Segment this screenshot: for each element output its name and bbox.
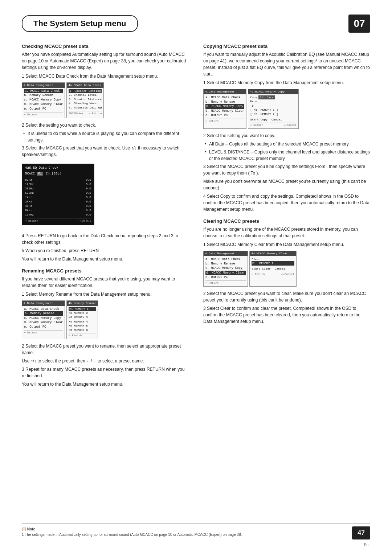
clear-screen-left-title: 4.Data Management <box>204 251 248 256</box>
copy-m2: [ M2. MEMORY 2 ] <box>250 112 297 116</box>
eq-freq-rows: 63Hz0.0 125Hz0.0 250Hz0.0 500Hz0.0 1kHz0… <box>25 178 91 217</box>
rename-right-4: M4 MEMORY 4 <box>69 320 96 324</box>
footer-divider <box>22 523 370 524</box>
copy-footer-return: ↩ Return <box>250 123 263 127</box>
eq-row-6: 2kHz0.0 <box>25 200 91 204</box>
clear-item-2: b. Memory Rename <box>205 262 246 266</box>
page-title: The System Setup menu <box>33 19 126 28</box>
checking-step4: 4 Press RETURN to go back to the Data Ch… <box>22 233 189 246</box>
copy-screen-right: 4c.MCACC Memory Copy Copy All Data From … <box>248 89 299 129</box>
checking-step5b: You will return to the Data Management s… <box>22 256 189 262</box>
footer-note: 📋 Note 1 The settings made in Automatica… <box>22 526 370 537</box>
check-right-3: 3. Speaker Distance <box>69 97 102 102</box>
copy-item-2: b. Memory Rename <box>205 100 244 104</box>
copying-step3: 3 Select the MCACC preset you ll be copy… <box>203 163 370 176</box>
copy-item-5: e. Output PC <box>205 113 244 118</box>
check-right-hl: 1. Speaker Setting <box>69 89 102 93</box>
clear-screen-right-title: 4d.MCACC Memory Clear <box>250 251 296 256</box>
rename-screen-left: 4.Data Management a. MCACC Data Check b.… <box>22 300 65 339</box>
copy-screens: 4.Data Management a. MCACC Data Check b.… <box>203 89 370 129</box>
clearing-step2: 2 Select the MCACC preset you want to cl… <box>203 290 370 303</box>
note-label: 📋 Note <box>22 527 35 531</box>
eq-row-7: 4kHz0.0 <box>25 204 91 208</box>
section-checking: Checking MCACC preset data After you hav… <box>22 44 189 262</box>
rename-screen-left-title: 4.Data Management <box>22 301 65 306</box>
copy-hl-item: c. MCACC Memory Copy <box>205 104 244 108</box>
copy-to: To <box>250 104 297 108</box>
copy-screen-right-title: 4c.MCACC Memory Copy <box>248 89 298 94</box>
rename-right-6: M6 MEMORY 6 <box>69 328 96 332</box>
heading-copying: Copying MCACC preset data <box>203 44 370 49</box>
check-footer-right: ENTER/Next ↩ Return <box>69 111 102 116</box>
rename-footer-right: ↩ Finish <box>69 333 96 338</box>
clear-cancel: Cancel <box>275 267 285 270</box>
rename-right-3: M3 MEMORY 3 <box>69 315 96 320</box>
eq-footer: ↩ Return TRIM 0.0 <box>25 218 91 223</box>
check-screen-left: 4.Data Management a. MCACC Data Check b.… <box>22 82 65 118</box>
rename-return: ↩ Return <box>24 331 37 335</box>
check-item-5: e. Output PC <box>24 107 63 111</box>
copy-row: Copy All Data <box>250 95 297 100</box>
eq-row-5: 1kHz0.0 <box>25 195 91 200</box>
col-left: Checking MCACC preset data After you hav… <box>22 44 189 389</box>
check-screen-right: 4a.MCACC Data Check 1. Speaker Setting 2… <box>66 82 104 118</box>
clear-return-right: ↩ Return <box>252 272 265 276</box>
clear-actions: Start Clear Cancel <box>252 267 294 271</box>
clear-screen-left: 4.Data Management a. MCACC Data Check b.… <box>203 251 248 287</box>
clear-item-3: c. MCACC Memory Copy <box>205 266 246 270</box>
copy-actions: Start Copy Cancel <box>250 118 297 122</box>
clear-footer-right: ↩ Return ↩/Cancel <box>252 272 294 276</box>
check-enter-next: ENTER/Next <box>69 112 85 116</box>
checking-bullet1: It is useful to do this while a source i… <box>28 130 189 143</box>
eq-screen: 4a5.EQ Data Check MCACC M1 Ch [SBL] 63Hz… <box>22 164 94 225</box>
copy-return: ↩ Return <box>205 119 219 123</box>
copy-footer-cancel: ↩/Cancel <box>283 123 297 127</box>
clear-memory-val: M1. MEMORY 1 <box>252 261 294 266</box>
copy-footer-right: ↩ Return ↩/Cancel <box>250 123 297 127</box>
renaming-step2: 2 Select the MCACC preset you want to re… <box>22 343 189 356</box>
page-number: 47 <box>352 526 370 539</box>
col-right: Copying MCACC preset data If you want to… <box>203 44 370 389</box>
start-copy: Start Copy <box>250 118 268 121</box>
copy-from: From <box>250 99 297 104</box>
clear-hl-item: d. MCACC Memory Clear <box>205 271 246 275</box>
renaming-step3: Use ↑/↓ to select the preset, then ←/→ t… <box>22 358 189 364</box>
eq-row-8: 8kHz0.0 <box>25 208 91 213</box>
rename-item-4: d. MCACC Memory Clear <box>24 320 63 325</box>
clear-item-1: a. MCACC Data Check <box>205 257 246 262</box>
rename-item-3: c. MCACC Memory Copy <box>24 316 63 320</box>
copy-item-4: d. MCACC Memory Clear <box>205 109 244 113</box>
rename-finish: ↩ Finish <box>69 334 82 338</box>
eq-header-row: MCACC M1 Ch [SBL] <box>25 172 91 177</box>
rename-footer-left: ↩ Return <box>24 330 63 335</box>
heading-checking: Checking MCACC preset data <box>22 44 189 49</box>
rename-right-2: M2 MEMORY 2 <box>69 311 96 315</box>
renaming-step4b: You will return to the Data Management s… <box>22 381 189 387</box>
renaming-step4: 3 Repeat for as many MCACC presets as ne… <box>22 366 189 379</box>
check-right-4: 4. Standing Wave <box>69 101 102 106</box>
heading-clearing: Clearing MCACC presets <box>203 218 370 224</box>
check-right-5: 5. Acoustic Cal. EQ <box>69 106 102 110</box>
clearing-intro: If you are no longer using one of the MC… <box>203 226 370 239</box>
rename-right-hl: M1 MEMORY 1 <box>69 307 96 311</box>
rename-item-1: a. MCACC Data Check <box>24 307 63 311</box>
clearing-step1: 1 Select MCACC Memory Clear from the Dat… <box>203 241 370 248</box>
title-box: The System Setup menu <box>22 15 138 32</box>
check-footer-return: ↩ Return <box>24 113 37 117</box>
en-label: En <box>364 543 368 547</box>
check-right-2: 2. Channel Level <box>69 93 102 97</box>
check-screens: 4.Data Management a. MCACC Data Check b.… <box>22 82 189 118</box>
clear-footer-left: ↩ Return <box>205 280 246 285</box>
eq-row-4: 500Hz0.0 <box>25 191 91 195</box>
eq-row-9: 16kHz0.0 <box>25 213 91 217</box>
checking-step2: 2 Select the setting you want to check. <box>22 122 189 128</box>
copying-bullet2: LEVEL & DISTANCE – Copies only the chann… <box>209 149 370 162</box>
clear-cancel-footer: ↩/Cancel <box>281 272 294 276</box>
section-renaming: Renaming MCACC presets If you have sever… <box>22 268 189 387</box>
footnote-text: 1 The settings made in Automatically set… <box>22 533 242 537</box>
copy-footer-left: ↩ Return <box>205 119 244 123</box>
check-footer-left: ↩ Return <box>24 112 63 117</box>
heading-renaming: Renaming MCACC presets <box>22 268 189 274</box>
rename-screen-right-title: 4b.Memory Rename <box>67 301 98 306</box>
eq-ch-label: Ch [SBL] <box>46 172 61 177</box>
